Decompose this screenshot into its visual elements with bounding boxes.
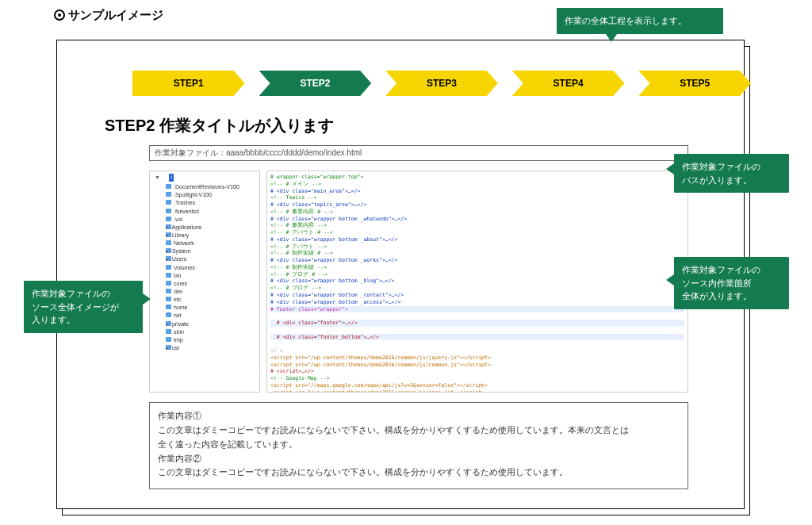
code-line: # <div class="main_area">…</>	[270, 188, 361, 194]
code-line: # <div class="wrapper bottom _whatwedo">…	[270, 216, 407, 222]
code-line: # <div class="wrapper bottom _access">…<…	[270, 299, 400, 305]
code-line: # <div class="footer_bottom">…</>	[270, 334, 684, 341]
page-title: サンプルイメージ	[54, 8, 163, 23]
code-line: # <script>…</>	[270, 368, 314, 374]
tree-item[interactable]: net	[166, 312, 257, 320]
code-line: </ >	[270, 347, 283, 354]
code-line: <!-- Google Map -->	[270, 375, 329, 381]
code-line: # <div class="wrapper bottom _works">…</…	[270, 257, 397, 263]
file-path-box: 作業対象ファイル：aaaa/bbbb/cccc/dddd/demo/index.…	[149, 145, 688, 161]
code-pane: # wrapper class="wrapper top"> <!-- # メイ…	[266, 171, 688, 393]
tree-item[interactable]: ▸ private	[166, 320, 257, 328]
tree-items: .DocumentRevisions-V100.Spotlight-V100.T…	[155, 183, 257, 352]
code-line: <!-- # ブログ # -->	[270, 271, 327, 278]
tree-item[interactable]: .Trashes	[166, 199, 257, 207]
callout-source-whole: 作業対象ファイルのソース全体イメージが入ります。	[24, 281, 143, 333]
stepper: STEP1 STEP2 STEP3 STEP4 STEP5	[132, 71, 751, 96]
bullseye-icon	[54, 10, 65, 21]
tree-item[interactable]: ▸ Applications	[166, 224, 257, 232]
code-line: # <div class="wrapper bottom _contact">……	[270, 292, 404, 298]
tree-item[interactable]: Network	[166, 240, 257, 247]
code-line: <!-- # 事業内容 -->	[270, 222, 327, 228]
step-heading: STEP2 作業タイトルが入ります	[105, 115, 334, 136]
code-line: <script src="/wp-content/themes/demo2016…	[270, 354, 491, 361]
code-line: <script src="/wp-content/themes/demo2016…	[270, 389, 485, 393]
code-line: <!-- # 制作実績 # -->	[270, 250, 333, 256]
step-5[interactable]: STEP5	[638, 71, 751, 96]
tree-item[interactable]: .fseventsd	[166, 208, 257, 216]
tree-item[interactable]: ▸ System	[166, 247, 257, 255]
main-card: STEP1 STEP2 STEP3 STEP4 STEP5 STEP2 作業タイ…	[56, 40, 745, 509]
code-line: <!-- Topics -->	[270, 194, 317, 201]
description-box: 作業内容① この文章はダミーコピーですお読みにならないで下さい。構成を分かりやす…	[149, 402, 688, 489]
tree-item[interactable]: home	[166, 304, 257, 312]
step-4[interactable]: STEP4	[512, 71, 625, 96]
code-line: <!-- # 制作実績 -->	[270, 264, 327, 270]
tree-item[interactable]: .Spotlight-V100	[166, 191, 257, 199]
code-line: <script src="/wp-content/themes/demo2016…	[270, 362, 491, 368]
code-line: <!-- # アバウト -->	[270, 243, 327, 250]
code-line: <!-- # 事業内容 # -->	[270, 209, 333, 215]
tree-item[interactable]: bin	[166, 272, 257, 280]
tree-item[interactable]: dev	[166, 288, 257, 296]
tree-item[interactable]: sbin	[166, 328, 257, 336]
tree-item[interactable]: .vol	[166, 216, 257, 224]
desc-line: 作業内容②	[158, 452, 680, 466]
tree-item[interactable]: etc	[166, 296, 257, 304]
step-2[interactable]: STEP2	[259, 71, 372, 96]
tree-item[interactable]: cores	[166, 280, 257, 288]
desc-line: 作業内容①	[158, 409, 680, 423]
desc-line: この文章はダミーコピーですお読みにならないで下さい。構成を分かりやすくするため使…	[158, 423, 680, 438]
callout-path: 作業対象ファイルのパスが入ります。	[674, 154, 789, 193]
code-line: # <div class="wrapper bottom _about">…</…	[270, 236, 397, 243]
step-3[interactable]: STEP3	[385, 71, 498, 96]
code-line: # <div class="footer">…</>	[270, 320, 684, 327]
tree-item[interactable]: Volumes	[166, 264, 257, 272]
tree-item[interactable]: tmp	[166, 336, 257, 344]
callout-source-area: 作業対象ファイルのソース内作業箇所全体が入ります。	[674, 257, 789, 309]
code-line: # <div class="topics_area">…</>	[270, 201, 366, 208]
code-line: <!-- # メイン -->	[270, 181, 321, 187]
code-line: <!-- # アバウト # -->	[270, 229, 333, 236]
callout-process: 作業の全体工程を表示します。	[557, 8, 723, 34]
tree-item[interactable]: .DocumentRevisions-V100	[166, 183, 257, 191]
code-line: <!-- # ブログ -->	[270, 285, 321, 291]
desc-line: この文章はダミーコピーですお読みにならないで下さい。構成を分かりやすくするため使…	[158, 466, 680, 480]
code-line: ▼ footer class="wrapper">	[270, 306, 684, 313]
code-line: # wrapper class="wrapper top">	[270, 174, 363, 180]
file-tree-pane: ▼ / .DocumentRevisions-V100.Spotlight-V1…	[149, 171, 260, 393]
tree-item[interactable]: ▸ Library	[166, 232, 257, 240]
desc-line: 全く違った内容を記載しています。	[158, 438, 680, 452]
tree-item[interactable]: ▸ usr	[166, 344, 257, 352]
tree-item[interactable]: ▸ Users	[166, 255, 257, 263]
step-1[interactable]: STEP1	[132, 71, 245, 96]
code-line: <script src="//maps.google.com/maps/api/…	[270, 382, 488, 389]
code-line: # <div class="wrapper bottom _blog">…</>	[270, 278, 395, 284]
